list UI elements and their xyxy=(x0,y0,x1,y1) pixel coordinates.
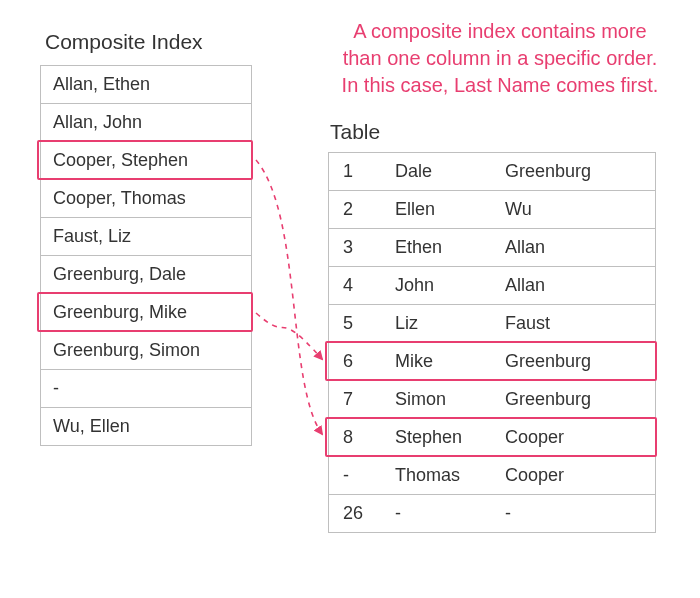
row-first-name: John xyxy=(395,267,505,304)
index-row: Greenburg, Mike xyxy=(41,294,251,332)
row-first-name: Mike xyxy=(395,343,505,380)
row-first-name: Stephen xyxy=(395,419,505,456)
row-last-name: Cooper xyxy=(505,419,655,456)
index-row: Cooper, Thomas xyxy=(41,180,251,218)
composite-index-box: Allan, EthenAllan, JohnCooper, StephenCo… xyxy=(40,65,252,446)
row-first-name: Thomas xyxy=(395,457,505,494)
row-first-name: Ethen xyxy=(395,229,505,266)
mapping-arrows xyxy=(252,65,332,535)
table-row: -ThomasCooper xyxy=(329,457,655,495)
table-row: 2EllenWu xyxy=(329,191,655,229)
index-row: Greenburg, Simon xyxy=(41,332,251,370)
table-row: 26-- xyxy=(329,495,655,532)
table-title: Table xyxy=(330,120,380,144)
row-last-name: Greenburg xyxy=(505,381,655,418)
table-row: 5LizFaust xyxy=(329,305,655,343)
row-id: 1 xyxy=(329,153,395,190)
row-id: - xyxy=(329,457,395,494)
row-last-name: - xyxy=(505,495,655,532)
table-row: 6MikeGreenburg xyxy=(329,343,655,381)
row-last-name: Greenburg xyxy=(505,153,655,190)
table-row: 7SimonGreenburg xyxy=(329,381,655,419)
table-row: 4JohnAllan xyxy=(329,267,655,305)
index-row: Faust, Liz xyxy=(41,218,251,256)
table-row: 3EthenAllan xyxy=(329,229,655,267)
row-id: 7 xyxy=(329,381,395,418)
row-id: 5 xyxy=(329,305,395,342)
annotation-line-2: than one column in a specific order. xyxy=(343,47,658,69)
annotation-line-1: A composite index contains more xyxy=(353,20,647,42)
annotation-line-3: In this case, Last Name comes first. xyxy=(342,74,659,96)
index-row: Allan, Ethen xyxy=(41,66,251,104)
row-id: 2 xyxy=(329,191,395,228)
row-id: 6 xyxy=(329,343,395,380)
index-row: Allan, John xyxy=(41,104,251,142)
index-row: Greenburg, Dale xyxy=(41,256,251,294)
row-last-name: Greenburg xyxy=(505,343,655,380)
row-last-name: Wu xyxy=(505,191,655,228)
row-first-name: - xyxy=(395,495,505,532)
row-last-name: Allan xyxy=(505,229,655,266)
row-id: 3 xyxy=(329,229,395,266)
row-first-name: Ellen xyxy=(395,191,505,228)
row-id: 26 xyxy=(329,495,395,532)
row-first-name: Liz xyxy=(395,305,505,342)
row-id: 8 xyxy=(329,419,395,456)
row-id: 4 xyxy=(329,267,395,304)
row-last-name: Cooper xyxy=(505,457,655,494)
table-row: 1DaleGreenburg xyxy=(329,153,655,191)
index-title: Composite Index xyxy=(45,30,203,54)
table-row: 8StephenCooper xyxy=(329,419,655,457)
composite-index-explainer: A composite index contains more than one… xyxy=(320,18,680,99)
row-last-name: Faust xyxy=(505,305,655,342)
data-table-box: 1DaleGreenburg2EllenWu3EthenAllan4JohnAl… xyxy=(328,152,656,533)
row-first-name: Simon xyxy=(395,381,505,418)
index-row: Cooper, Stephen xyxy=(41,142,251,180)
row-last-name: Allan xyxy=(505,267,655,304)
index-row: Wu, Ellen xyxy=(41,408,251,445)
row-first-name: Dale xyxy=(395,153,505,190)
index-row: - xyxy=(41,370,251,408)
